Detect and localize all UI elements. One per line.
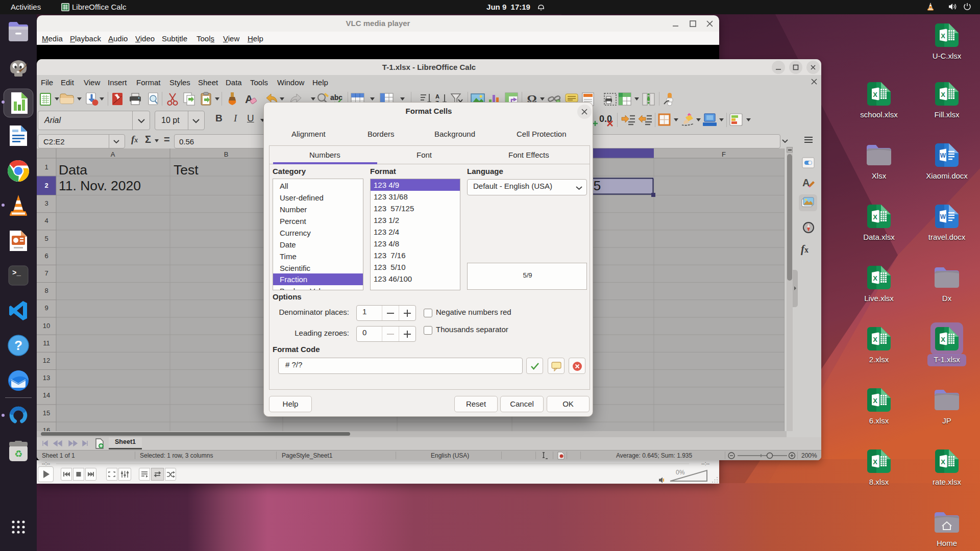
svg-text:3: 3 xyxy=(44,199,48,207)
svg-text:7: 7 xyxy=(44,269,48,277)
svg-text:5: 5 xyxy=(594,178,601,193)
svg-text:?: ? xyxy=(14,338,22,353)
svg-text:11: 11 xyxy=(43,339,50,347)
svg-text:9: 9 xyxy=(44,304,48,312)
svg-text:14: 14 xyxy=(43,391,50,399)
svg-text:A: A xyxy=(435,93,439,99)
svg-text:11. Nov. 2020: 11. Nov. 2020 xyxy=(59,178,141,193)
svg-text:4: 4 xyxy=(44,217,48,224)
svg-text:Data: Data xyxy=(59,162,87,178)
svg-text:12: 12 xyxy=(43,357,50,364)
svg-text:>_: >_ xyxy=(12,269,21,277)
svg-text:Test: Test xyxy=(174,162,199,178)
svg-text:A: A xyxy=(802,177,810,188)
svg-text:F: F xyxy=(722,151,726,158)
svg-text:15: 15 xyxy=(43,409,50,417)
svg-text:♻: ♻ xyxy=(14,449,22,459)
svg-text:13: 13 xyxy=(43,374,50,382)
svg-text:16: 16 xyxy=(43,427,50,431)
svg-text:5: 5 xyxy=(44,235,48,242)
svg-text:6: 6 xyxy=(44,252,48,260)
svg-text:B: B xyxy=(224,151,229,158)
svg-text:1: 1 xyxy=(44,163,48,171)
svg-text:8: 8 xyxy=(44,287,48,294)
svg-text:2: 2 xyxy=(44,182,48,189)
svg-text:A: A xyxy=(111,151,115,158)
svg-text:10: 10 xyxy=(43,322,50,330)
